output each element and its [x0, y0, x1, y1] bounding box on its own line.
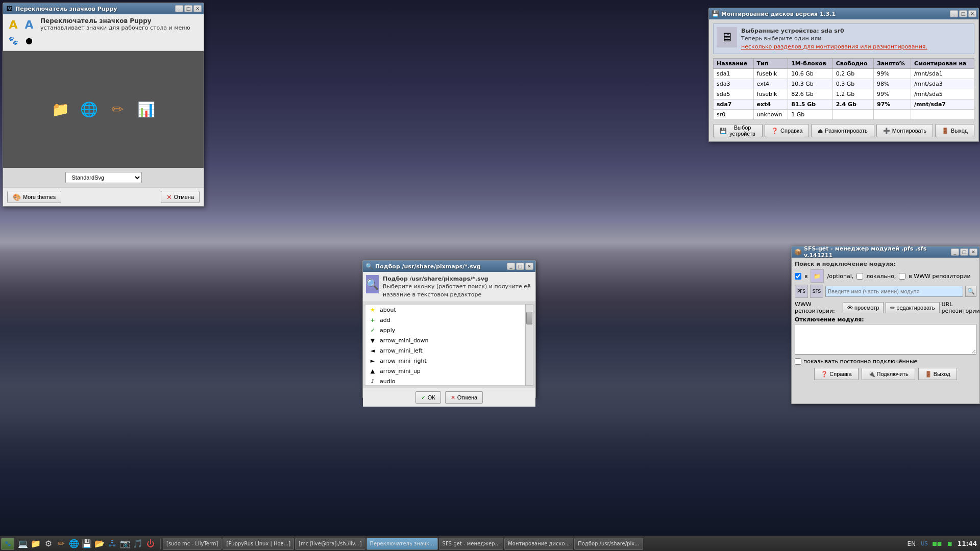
- editor-icon[interactable]: ✏: [56, 538, 67, 549]
- start-button[interactable]: 🐾: [1, 538, 14, 550]
- sfs-search-input[interactable]: [825, 286, 963, 297]
- sfs-module-textarea[interactable]: [795, 324, 976, 355]
- taskbar-app-icons[interactable]: Переключатель значк...: [366, 538, 438, 550]
- list-item[interactable]: + add: [365, 315, 525, 325]
- taskbar-app-browser[interactable]: [PuppyRus Linux | Нов...]: [223, 538, 294, 550]
- select-devices-button[interactable]: 💾 Выбор устройств: [713, 124, 763, 137]
- taskbar-app-mount[interactable]: Монтирование диско...: [504, 538, 573, 550]
- filemanager-icon[interactable]: 📂: [94, 538, 105, 549]
- sfs-sfs-btn[interactable]: SFS: [810, 285, 823, 298]
- help-label: Справка: [780, 128, 802, 134]
- systray-mem-icon: ■: [944, 538, 955, 549]
- taskbar-app-pixmap[interactable]: Подбор /usr/share/pix...: [574, 538, 643, 550]
- power-icon[interactable]: ⏻: [145, 538, 156, 549]
- ok-label: ОК: [428, 394, 435, 400]
- mount-button[interactable]: ➕ Монтировать: [876, 124, 933, 137]
- sfs-exit-icon: 🚪: [925, 371, 932, 378]
- sfs-connect-button[interactable]: 🔌 Подключить: [862, 368, 915, 380]
- pixmap-list-container: ★ about + add ✓ apply ▼ arrow_mini_down …: [365, 304, 533, 386]
- item-label: arrow_mini_left: [380, 347, 423, 354]
- multimedia-icon[interactable]: 🎵: [132, 538, 143, 549]
- mount-instruction1: Теперь выберите один или: [741, 35, 927, 42]
- sfs-pfs-btn[interactable]: PFS: [795, 285, 808, 298]
- taskbar-app-terminal[interactable]: [sudo mc - LilyTerm]: [163, 538, 222, 550]
- taskbar-app-sfs[interactable]: SFS-get - менеджер...: [439, 538, 504, 550]
- cell-blocks: 10.3 Gb: [788, 79, 832, 89]
- puppy-icons-title-icon: 🖼: [5, 5, 13, 13]
- mount-maximize[interactable]: □: [959, 10, 967, 17]
- table-row[interactable]: sda1 fuseblk 10.6 Gb 0.2 Gb 99% /mnt/sda…: [714, 69, 974, 79]
- list-item[interactable]: ▼ arrow_mini_down: [365, 335, 525, 345]
- edit-icon: ✏: [890, 305, 895, 311]
- sfs-minimize[interactable]: _: [951, 248, 959, 256]
- scroll-thumb[interactable]: [526, 312, 532, 324]
- sfs-maximize[interactable]: □: [960, 248, 968, 256]
- list-item[interactable]: ► arrow_mini_right: [365, 356, 525, 366]
- pixmap-maximize[interactable]: □: [516, 263, 524, 270]
- arrow-right-icon: ►: [369, 357, 377, 365]
- puppy-icons-minimize[interactable]: _: [175, 5, 183, 12]
- checkbox-locally[interactable]: [856, 273, 863, 280]
- list-item[interactable]: ★ about: [365, 305, 525, 315]
- sfs-folder-icon: 📁: [811, 269, 824, 283]
- puppy-icons-close[interactable]: ✕: [193, 5, 202, 12]
- puppy-icons-maximize[interactable]: □: [184, 5, 192, 12]
- sfs-title: SFS-get - менеджер модулей .pfs .sfs v.1…: [804, 245, 949, 259]
- mount-label: Монтировать: [892, 128, 926, 134]
- pixmap-scrollbar[interactable]: [525, 304, 533, 386]
- unmount-button[interactable]: ⏏ Размонтировать: [811, 124, 874, 137]
- list-item[interactable]: ✓ apply: [365, 325, 525, 335]
- sfs-view-www-button[interactable]: 👁 просмотр: [843, 302, 884, 313]
- sfs-close[interactable]: ✕: [969, 248, 977, 256]
- mount-actions: 💾 Выбор устройств ❓ Справка ⏏ Размонтиро…: [713, 124, 974, 137]
- systray-us-icon[interactable]: US: [919, 538, 930, 549]
- cell-type: ext4: [753, 79, 788, 89]
- mount-close[interactable]: ✕: [968, 10, 976, 17]
- col-mount: Смонтирован на: [911, 59, 974, 69]
- checkbox-show-connected[interactable]: [795, 358, 801, 365]
- checkbox-b[interactable]: [795, 273, 801, 280]
- camera-icon[interactable]: 📷: [119, 538, 131, 549]
- table-row[interactable]: sda5 fuseblk 82.6 Gb 1.2 Gb 99% /mnt/sda…: [714, 89, 974, 99]
- mount-minimize[interactable]: _: [950, 10, 958, 17]
- sfs-help-button[interactable]: ❓ Справка: [814, 368, 858, 380]
- pixmap-minimize[interactable]: _: [507, 263, 515, 270]
- settings-icon[interactable]: ⚙: [43, 538, 54, 549]
- pixmap-close[interactable]: ✕: [525, 263, 533, 270]
- systray-network-icon[interactable]: EN: [906, 538, 917, 549]
- cancel-button[interactable]: ✕ Отмена: [161, 191, 200, 203]
- storage-icon[interactable]: 💾: [81, 538, 92, 549]
- list-item[interactable]: ◄ arrow_mini_left: [365, 345, 525, 356]
- browser-icon[interactable]: 🌐: [68, 538, 80, 549]
- checkbox-www[interactable]: [899, 273, 905, 280]
- table-row-selected[interactable]: sda7 ext4 81.5 Gb 2.4 Gb 97% /mnt/sda7: [714, 99, 974, 110]
- theme-dropdown[interactable]: StandardSvg: [65, 172, 142, 183]
- checkbox-www-label: в WWW репозитории: [909, 273, 970, 280]
- more-themes-button[interactable]: 🎨 More themes: [7, 191, 61, 203]
- sfs-search-button[interactable]: 🔍: [965, 286, 976, 297]
- letter-b-icon: A: [22, 17, 36, 32]
- cell-used: [874, 110, 911, 120]
- list-item[interactable]: ▲ arrow_mini_up: [365, 366, 525, 376]
- item-label: arrow_mini_up: [380, 368, 421, 374]
- sfs-exit-button[interactable]: 🚪 Выход: [918, 368, 957, 380]
- list-item[interactable]: ♪ audio: [365, 376, 525, 386]
- checkbox-b-label: в: [804, 273, 807, 280]
- table-row[interactable]: sda3 ext4 10.3 Gb 0.3 Gb 98% /mnt/sda3: [714, 79, 974, 89]
- col-free: Свободно: [832, 59, 873, 69]
- terminal-icon[interactable]: 💻: [17, 538, 29, 549]
- taskbar-right: EN US ■■ ■ 11:44: [903, 538, 980, 549]
- circle-icon: ●: [22, 33, 36, 47]
- cell-mount: /mnt/sda3: [911, 79, 974, 89]
- pixmap-header: 🔍 Подбор /usr/share/pixmaps/*.svg Выбери…: [363, 272, 535, 302]
- taskbar-app-mc[interactable]: [mc [live@pra]:/sh:/liv...]: [295, 538, 365, 550]
- table-row[interactable]: sr0 unknown 1 Gb: [714, 110, 974, 120]
- exit-button[interactable]: 🚪 Выход: [935, 124, 974, 137]
- pixmap-cancel-button[interactable]: ✕ Отмена: [445, 391, 483, 404]
- ok-button[interactable]: ✓ ОК: [415, 391, 441, 404]
- network-icon[interactable]: 🖧: [107, 538, 118, 549]
- help-button[interactable]: ❓ Справка: [765, 124, 809, 137]
- files-icon[interactable]: 📁: [30, 538, 41, 549]
- cell-free: 2.4 Gb: [832, 99, 873, 110]
- sfs-edit-www-button[interactable]: ✏ редактировать: [886, 302, 939, 313]
